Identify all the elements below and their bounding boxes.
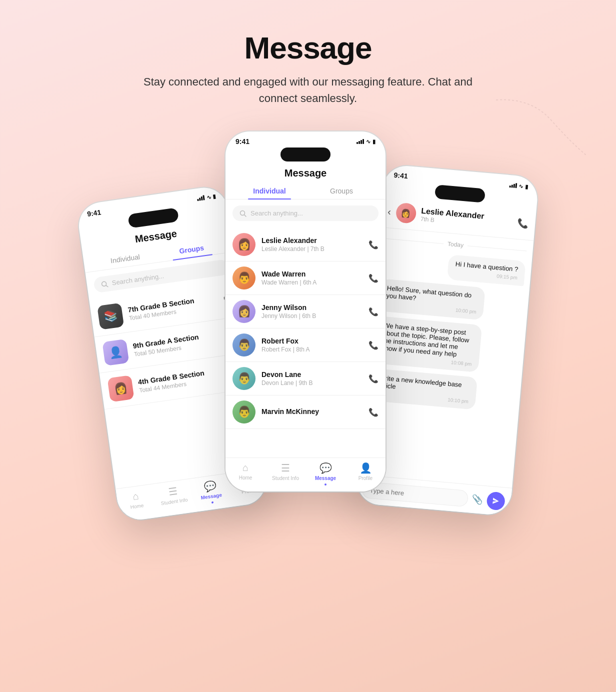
nav-profile-center[interactable]: 👤 Profile (346, 462, 386, 486)
phone-individual-screen: 9:41 ∿ ▮ Message Individual (226, 132, 386, 492)
chat-contact-info: Leslie Alexander 7th B (420, 206, 484, 228)
msg-received-2: We have a step-by-step post about the to… (374, 316, 520, 376)
time-left: 9:41 (86, 208, 102, 218)
send-icon (492, 496, 500, 505)
app-header-center: Message (226, 164, 386, 183)
bubble-recv-3: Write a new knowledge base article 10:10… (370, 368, 478, 410)
bottom-nav-center: ⌂ Home ☰ Student Info 💬 Message 👤 Profil… (226, 458, 386, 492)
info-leslie: Leslie Alexander Leslie Alexander | 7th … (262, 236, 362, 252)
status-icons-right: ∿ ▮ (509, 182, 528, 190)
tab-groups-center[interactable]: Groups (306, 183, 378, 199)
tab-individual-center[interactable]: Individual (234, 183, 306, 199)
status-icons-left: ∿ ▮ (196, 193, 216, 202)
phones-container: 9:41 ∿ ▮ Message Individual (0, 122, 616, 532)
contact-jenny[interactable]: 👩 Jenny Wilson Jenny Wilson | 6th B 📞 (226, 295, 386, 328)
wifi-icon-c: ∿ (366, 138, 370, 145)
group-info-3: 4th Grade B Section Total 44 Members (138, 366, 229, 394)
call-marvin[interactable]: 📞 (368, 408, 378, 417)
nav-home-center[interactable]: ⌂ Home (226, 462, 266, 486)
avatar-robert: 👨 (232, 334, 256, 356)
search-icon-center (240, 210, 246, 217)
contact-marvin[interactable]: 👨 Marvin McKinney 📞 (226, 396, 386, 429)
home-icon-left: ⌂ (132, 490, 140, 502)
send-button[interactable] (486, 492, 506, 511)
nav-message-center[interactable]: 💬 Message (306, 462, 346, 486)
bubble-sent-1: Hi I have a question ? 09:15 pm (447, 254, 526, 286)
battery-icon: ▮ (212, 193, 216, 200)
status-icons-center: ∿ ▮ (356, 138, 376, 145)
signal-icon (196, 195, 204, 201)
back-button[interactable]: ‹ (387, 206, 392, 218)
info-wade: Wade Warren Wade Warren | 6th A (262, 270, 362, 286)
call-robert[interactable]: 📞 (368, 340, 378, 350)
phone-individual: 9:41 ∿ ▮ Message Individual (226, 132, 386, 492)
nav-student-left[interactable]: ☰ Student Info (154, 483, 194, 512)
group-avatar-1: 📚 (97, 303, 124, 330)
group-avatar-2: 👤 (102, 339, 129, 366)
home-icon-center: ⌂ (242, 462, 248, 474)
battery-icon-c: ▮ (372, 138, 376, 145)
call-wade[interactable]: 📞 (368, 274, 378, 283)
wifi-icon: ∿ (206, 194, 212, 200)
bubble-recv-2: We have a step-by-step post about the to… (374, 316, 482, 372)
call-jenny[interactable]: 📞 (368, 307, 378, 316)
time-center: 9:41 (236, 138, 250, 146)
info-robert: Robert Fox Robert Fox | 8th A (262, 337, 362, 353)
signal-icon-r (509, 182, 517, 188)
info-jenny: Jenny Wilson Jenny Wilson | 6th B (262, 304, 362, 320)
page-header: Message Stay connected and engaged with … (0, 0, 616, 122)
chat-call-button[interactable]: 📞 (516, 218, 528, 230)
nav-message-left[interactable]: 💬 Message (190, 478, 231, 506)
chat-avatar: 👩 (395, 202, 416, 224)
info-marvin: Marvin McKinney (262, 408, 362, 416)
page-subtitle: Stay connected and engaged with our mess… (138, 74, 478, 106)
nav-home-left[interactable]: ⌂ Home (116, 488, 157, 516)
avatar-marvin: 👨 (232, 400, 256, 424)
avatar-leslie: 👩 (232, 233, 256, 256)
message-icon-left: 💬 (203, 480, 217, 493)
signal-icon-c (356, 139, 364, 144)
attach-button[interactable]: 📎 (472, 494, 484, 506)
avatar-jenny: 👩 (232, 300, 256, 323)
battery-icon-r: ▮ (525, 183, 528, 190)
contact-devon[interactable]: 👨 Devon Lane Devon Lane | 9th B 📞 (226, 362, 386, 396)
group-info-2: 9th Grade A Section Total 50 Members (132, 330, 224, 358)
dynamic-island-center (280, 148, 330, 162)
profile-icon-center: 👤 (360, 462, 372, 474)
contact-leslie[interactable]: 👩 Leslie Alexander Leslie Alexander | 7t… (226, 228, 386, 262)
status-bar-center: 9:41 ∿ ▮ (226, 132, 386, 148)
contact-robert[interactable]: 👨 Robert Fox Robert Fox | 8th A 📞 (226, 328, 386, 362)
bubble-recv-1: Hello! Sure, what question do you have? … (378, 278, 486, 320)
student-icon-left: ☰ (168, 485, 178, 498)
call-leslie[interactable]: 📞 (368, 240, 378, 250)
avatar-wade: 👨 (232, 266, 256, 290)
contact-wade[interactable]: 👨 Wade Warren Wade Warren | 6th A 📞 (226, 262, 386, 295)
msg-received-3: Write a new knowledge base article 10:10… (370, 368, 516, 414)
search-placeholder-center: Search anything... (250, 210, 303, 217)
search-placeholder-left: Search anything... (112, 272, 164, 286)
call-devon[interactable]: 📞 (368, 374, 378, 384)
nav-student-center[interactable]: ☰ Student Info (266, 462, 306, 486)
time-right: 9:41 (394, 171, 408, 180)
svg-line-3 (244, 214, 246, 216)
page-title: Message (10, 30, 606, 66)
wifi-icon-r: ∿ (518, 182, 524, 190)
msg-received-1: Hello! Sure, what question do you have? … (378, 278, 524, 324)
group-info-1: 7th Grade B Section Total 40 Members (128, 294, 219, 322)
tabs-center: Individual Groups (226, 183, 386, 200)
avatar-devon: 👨 (232, 367, 256, 390)
message-icon-center: 💬 (320, 462, 332, 474)
group-avatar-3: 👩 (107, 375, 134, 402)
search-bar-center[interactable]: Search anything... (232, 206, 378, 221)
svg-line-1 (106, 285, 108, 287)
search-icon-left (100, 280, 108, 288)
info-devon: Devon Lane Devon Lane | 9th B (262, 370, 362, 386)
student-icon-center: ☰ (281, 462, 290, 474)
